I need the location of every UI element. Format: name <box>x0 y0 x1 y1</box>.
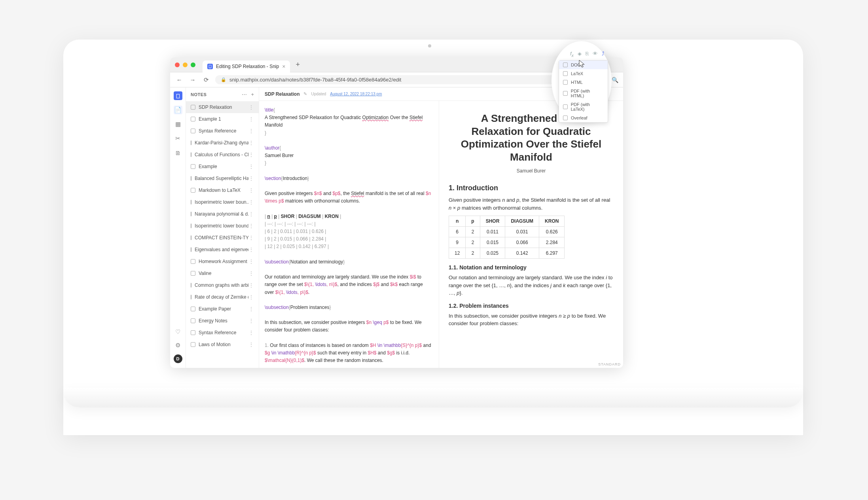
intro-p: $p$ <box>332 191 340 196</box>
intro-b: , the <box>341 191 351 196</box>
new-tab-button[interactable]: + <box>296 61 300 69</box>
item-more-icon[interactable]: ⋮ <box>248 306 254 312</box>
i1g: $g <box>265 350 271 356</box>
toolbar-icons: fx ◈ ⎘ 👁 ⤴ <box>559 51 606 58</box>
item-more-icon[interactable]: ⋮ <box>248 199 254 205</box>
format-icon[interactable]: ◈ <box>578 51 582 58</box>
item-more-icon[interactable]: ⋮ <box>248 163 254 170</box>
view-icon[interactable]: 👁 <box>593 51 598 58</box>
export-menu-item[interactable]: Overleaf <box>559 114 608 122</box>
sidebar-item[interactable]: Balanced Superelliptic Ha...⋮ <box>186 172 259 184</box>
export-menu-item[interactable]: PDF (with LaTeX) <box>559 100 608 114</box>
not-sb: , n\}$ <box>326 282 337 287</box>
table-row: 620.0110.0310.626 <box>449 227 565 237</box>
item-more-icon[interactable]: ⋮ <box>248 235 254 241</box>
sidebar-item[interactable]: Calculus of Functions - Ch...⋮ <box>186 149 259 161</box>
sidebar-item[interactable]: Isoperimetric lower boun...⋮ <box>186 196 259 208</box>
item-more-icon[interactable]: ⋮ <box>248 152 254 158</box>
item-more-icon[interactable]: ⋮ <box>248 246 254 253</box>
sidebar-item[interactable]: Valine⋮ <box>186 267 259 279</box>
browser-tab[interactable]: ⎕ Editing SDP Relaxation - Snip × <box>203 61 290 72</box>
export-icon[interactable]: ⤴ <box>602 51 605 58</box>
sidebar-item[interactable]: Example Paper⋮ <box>186 303 259 315</box>
maximize-window-icon[interactable] <box>191 62 195 67</box>
url-input[interactable]: 🔒 snip.mathpix.com/dasha/notes/b38f7fde-… <box>215 75 607 84</box>
sidebar-item[interactable]: Eigenvalues and eigenvec...⋮ <box>186 244 259 256</box>
author-name: Samuel Burer <box>265 152 433 159</box>
sidebar-item[interactable]: Syntax Reference⋮ <box>186 327 259 339</box>
avatar[interactable]: D <box>174 354 182 363</box>
item-more-icon[interactable]: ⋮ <box>248 187 254 193</box>
sidebar-item[interactable]: Homework Assignment⋮ <box>186 256 259 267</box>
source-editor[interactable]: \title{ A Strengthened SDP Relaxation fo… <box>259 101 439 368</box>
item-more-icon[interactable]: ⋮ <box>248 104 254 110</box>
copy-icon[interactable]: ⎘ <box>586 51 589 58</box>
item-more-icon[interactable]: ⋮ <box>248 341 254 348</box>
doc-icon <box>191 176 191 181</box>
rail-settings-icon[interactable]: ⚙ <box>174 341 182 350</box>
export-menu-item[interactable]: DOCX <box>559 61 608 69</box>
preview-h-problem: 1.2. Problem instances <box>449 303 614 309</box>
doc-icon <box>191 307 195 311</box>
not-a: Our notation and terminology are largely… <box>265 274 410 280</box>
app-logo[interactable]: ⎕ <box>174 91 182 100</box>
export-menu-item[interactable]: HTML <box>559 78 608 87</box>
sidebar-item[interactable]: Example 1⋮ <box>186 113 259 125</box>
sidebar-item[interactable]: Markdown to LaTeX⋮ <box>186 184 259 196</box>
not-i: $i$ <box>410 274 416 280</box>
item-more-icon[interactable]: ⋮ <box>248 270 254 277</box>
edit-title-icon[interactable]: ✎ <box>303 91 307 97</box>
preview-notation: Our notation and terminology are largely… <box>449 274 614 297</box>
sidebar-item[interactable]: Narayana polynomial & d...⋮ <box>186 208 259 220</box>
close-tab-icon[interactable]: × <box>282 63 285 70</box>
sidebar-item[interactable]: SDP Relaxation⋮ <box>186 101 259 113</box>
item-more-icon[interactable]: ⋮ <box>248 175 254 182</box>
preview-problem: In this subsection, we consider positive… <box>449 312 614 328</box>
sidebar-item[interactable]: Isoperimetric lower bounds⋮ <box>186 220 259 232</box>
sidebar-item[interactable]: Energy Notes⋮ <box>186 315 259 327</box>
rail-files-icon[interactable]: 🗎 <box>174 148 182 157</box>
preview-intro: Given positive integers n and p, the Sti… <box>449 196 614 212</box>
sidebar-item[interactable]: Laws of Motion⋮ <box>186 339 259 350</box>
item-more-icon[interactable]: ⋮ <box>248 128 254 134</box>
sidebar-list[interactable]: SDP Relaxation⋮Example 1⋮Syntax Referenc… <box>186 101 259 368</box>
reload-icon[interactable]: ⟳ <box>202 76 210 83</box>
item-more-icon[interactable]: ⋮ <box>248 140 254 146</box>
rail-collections-icon[interactable]: ▦ <box>174 120 182 129</box>
close-window-icon[interactable] <box>175 62 180 67</box>
doc-icon <box>191 271 195 276</box>
sidebar-item[interactable]: Common graphs with arbi...⋮ <box>186 279 259 291</box>
item-more-icon[interactable]: ⋮ <box>248 211 254 217</box>
i1R: {R}^{n p}$ <box>295 350 316 356</box>
item-more-icon[interactable]: ⋮ <box>248 330 254 336</box>
i1in: \in <box>377 343 384 348</box>
minimize-window-icon[interactable] <box>183 62 188 67</box>
sidebar-item[interactable]: Example⋮ <box>186 161 259 172</box>
i1b: and <box>422 343 431 348</box>
sidebar-item[interactable]: COMPACT EINSTEIN-TYP...⋮ <box>186 232 259 244</box>
rail-snip-icon[interactable]: ✂ <box>174 134 182 143</box>
rail-help-icon[interactable]: ♡ <box>174 328 182 336</box>
doc-icon <box>191 235 191 240</box>
i1bb: \mathbb <box>384 343 401 348</box>
export-menu-item[interactable]: LaTeX <box>559 69 608 78</box>
sidebar-item[interactable]: Syntax Reference⋮ <box>186 125 259 137</box>
item-more-icon[interactable]: ⋮ <box>248 282 254 288</box>
file-type-icon <box>563 116 568 120</box>
forward-icon[interactable]: → <box>188 76 197 83</box>
item-more-icon[interactable]: ⋮ <box>248 116 254 122</box>
item-more-icon[interactable]: ⋮ <box>248 294 254 300</box>
item-more-icon[interactable]: ⋮ <box>248 223 254 229</box>
item-more-icon[interactable]: ⋮ <box>248 258 254 265</box>
fx-icon[interactable]: fx <box>570 51 574 58</box>
search-in-page-icon[interactable]: 🔍 <box>612 77 618 83</box>
item-more-icon[interactable]: ⋮ <box>248 318 254 324</box>
sidebar-item[interactable]: Rate of decay of Zernike c...⋮ <box>186 291 259 303</box>
back-icon[interactable]: ← <box>175 76 184 83</box>
sidebar-more-icon[interactable]: ⋯ <box>242 91 247 97</box>
preview-pane[interactable]: A Strengthened SDP Relaxation for Quadra… <box>439 101 623 368</box>
sidebar-item[interactable]: Kardar-Parisi-Zhang dyna...⋮ <box>186 137 259 149</box>
rail-notes-icon[interactable]: 📄 <box>174 106 182 114</box>
sidebar-add-icon[interactable]: + <box>251 91 254 97</box>
export-menu-item[interactable]: PDF (with HTML) <box>559 87 608 100</box>
